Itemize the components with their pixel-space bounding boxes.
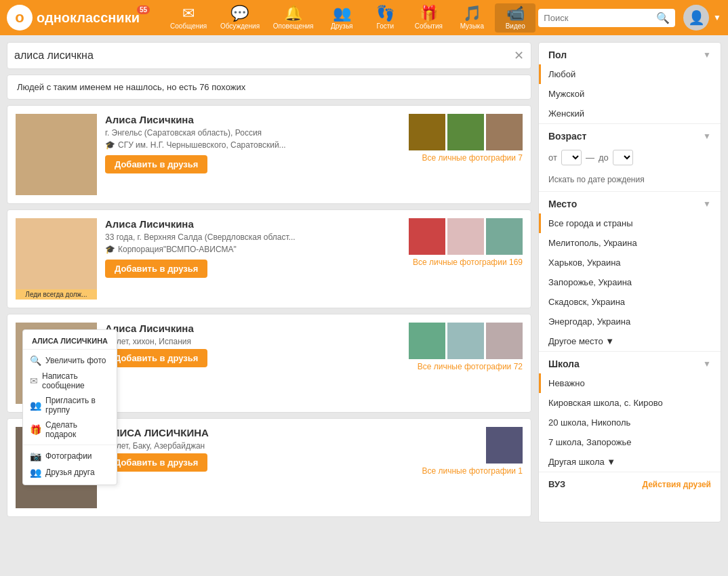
search-input[interactable] (544, 13, 652, 23)
nav-notifications-label: Оповещения (273, 22, 314, 30)
nav-music[interactable]: 🎵 Музыка (451, 3, 492, 33)
person-photos-2: Все личные фотографии 169 (409, 218, 523, 300)
person-name-3[interactable]: Алиса Лисичкина (105, 323, 401, 334)
context-menu-item[interactable]: 🎁 Сделать подарок (23, 417, 117, 442)
person-location-1: г. Энгельс (Саратовская область), Россия (105, 128, 401, 138)
music-icon: 🎵 (463, 6, 481, 21)
add-friend-btn-3[interactable]: Добавить в друзья (105, 349, 207, 367)
sidebar-school-other[interactable]: Другая школа ▼ (539, 452, 721, 472)
notification-badge: 55 (137, 5, 150, 14)
sidebar-place-melitopol[interactable]: Мелитополь, Украина (539, 233, 721, 253)
all-photos-link-1[interactable]: Все личные фотографии 7 (422, 153, 523, 163)
nav-events[interactable]: 🎁 События (408, 3, 449, 33)
school-collapse-arrow[interactable]: ▼ (703, 359, 711, 369)
person-name-2[interactable]: Алиса Лисичкина (105, 218, 401, 230)
age-dash: — (586, 152, 594, 163)
nav-friends[interactable]: 👥 Друзья (321, 3, 362, 33)
nav-guests-label: Гости (377, 22, 394, 30)
nav-guests[interactable]: 👣 Гости (365, 3, 405, 33)
all-photos-link-4[interactable]: Все личные фотографии 1 (422, 466, 523, 476)
photo-thumb[interactable] (447, 218, 484, 255)
search-button[interactable]: 🔍 (656, 12, 670, 24)
age-to-select[interactable] (613, 150, 633, 165)
all-photos-link-3[interactable]: Все личные фотографии 72 (418, 362, 523, 371)
add-friend-btn-4[interactable]: Добавить в друзья (105, 453, 207, 472)
nav-notifications[interactable]: 🔔 Оповещения (268, 3, 319, 33)
birth-date-link[interactable]: Искать по дате рождения (539, 172, 721, 191)
guests-icon: 👣 (376, 6, 395, 21)
left-content: ✕ Людей с таким именем не нашлось, но ес… (7, 42, 531, 522)
photo-thumb[interactable] (486, 114, 523, 150)
photo-thumb[interactable] (486, 427, 523, 464)
photo-thumb[interactable] (409, 218, 445, 255)
people-search-input[interactable] (14, 49, 514, 62)
context-item-icon: 👥 (30, 400, 41, 411)
sidebar-gender-female[interactable]: Женский (539, 104, 721, 123)
results-text: Людей с таким именем не нашлось, но есть… (17, 82, 245, 92)
logo[interactable]: о одноклассники 55 (7, 5, 157, 30)
context-menu-item[interactable]: ✉ Написать сообщение (23, 369, 117, 393)
photo-thumb[interactable] (409, 114, 445, 150)
context-link-icon: 👥 (30, 467, 41, 478)
person-card-1: Алиса Лисичкина г. Энгельс (Саратовская … (7, 105, 531, 204)
sidebar-friends-action[interactable]: Действия друзей (642, 480, 711, 489)
person-photos-3: Все личные фотографии 72 (409, 323, 523, 404)
search-bar-container: ✕ (7, 42, 531, 69)
photo-thumb[interactable] (486, 323, 523, 359)
context-menu-3: АЛИСА ЛИСИЧКИНА 🔍 Увеличить фото ✉ Напис… (22, 329, 117, 485)
sidebar-gender-any[interactable]: Любой (539, 64, 721, 84)
context-menu-item[interactable]: 👥 Пригласить в группу (23, 393, 117, 417)
all-photos-link-2[interactable]: Все личные фотографии 169 (413, 258, 523, 267)
context-menu-link[interactable]: 👥 Друзья друга (23, 464, 117, 480)
context-item-icon: ✉ (30, 375, 38, 386)
person-photos-1: Все личные фотографии 7 (409, 114, 523, 195)
clear-search-button[interactable]: ✕ (514, 48, 524, 63)
sidebar-place-title: Место (548, 199, 577, 209)
place-collapse-arrow[interactable]: ▼ (703, 199, 711, 209)
sidebar-school-header: Школа ▼ (539, 352, 721, 373)
nav-discussions[interactable]: 💬 Обсуждения (215, 3, 265, 33)
photo-thumb[interactable] (447, 114, 484, 150)
sidebar-school-20[interactable]: 20 школа, Никополь (539, 413, 721, 432)
person-avatar-1[interactable] (16, 114, 97, 195)
age-from-select[interactable] (561, 150, 582, 165)
sidebar-school-7[interactable]: 7 школа, Запорожье (539, 432, 721, 452)
context-menu-item[interactable]: 🔍 Увеличить фото (23, 352, 117, 369)
sidebar-place-skadovsk[interactable]: Скадовск, Украина (539, 292, 721, 312)
avatar-dropdown-arrow[interactable]: ▼ (713, 13, 721, 22)
sidebar-place-kharkov[interactable]: Харьков, Украина (539, 253, 721, 272)
nav-music-label: Музыка (460, 22, 484, 30)
sidebar-place-zaporozhye[interactable]: Запорожье, Украина (539, 272, 721, 292)
add-friend-btn-2[interactable]: Добавить в друзья (105, 260, 207, 278)
nav-messages[interactable]: ✉ Сообщения (165, 3, 212, 33)
photo-thumb[interactable] (447, 323, 484, 359)
logo-text: одноклассники (37, 10, 140, 26)
person-card-3: АЛИСА ЛИСИЧКИНА 🔍 Увеличить фото ✉ Напис… (7, 314, 531, 413)
sidebar-gender-male[interactable]: Мужской (539, 84, 721, 104)
avatar[interactable]: 👤 (683, 5, 709, 30)
age-collapse-arrow[interactable]: ▼ (703, 131, 711, 141)
sidebar-school-kirovo[interactable]: Кировская школа, с. Кирово (539, 393, 721, 413)
person-name-4[interactable]: АЛИСА ЛИСИЧКИНА (105, 427, 413, 438)
avatar-label: Леди всегда долж... (16, 289, 97, 300)
context-menu-name: АЛИСА ЛИСИЧКИНА (23, 334, 117, 350)
add-friend-btn-1[interactable]: Добавить в друзья (105, 155, 207, 173)
photo-thumb[interactable] (409, 323, 445, 359)
gender-collapse-arrow[interactable]: ▼ (703, 50, 711, 60)
photos-grid-3 (409, 323, 523, 359)
sidebar-school-none[interactable]: Неважно (539, 373, 721, 393)
nav-video[interactable]: 📹 Видео (495, 3, 535, 33)
context-menu-link[interactable]: 📷 Фотографии (23, 448, 117, 464)
nav-messages-label: Сообщения (170, 22, 207, 30)
person-name-1[interactable]: Алиса Лисичкина (105, 114, 401, 125)
photo-thumb[interactable] (486, 218, 523, 255)
sidebar-place-energodar[interactable]: Энергодар, Украина (539, 312, 721, 331)
person-info-2: Алиса Лисичкина 33 года, г. Верхняя Салд… (105, 218, 401, 300)
age-to-label: до (599, 152, 609, 163)
sidebar-place-section: Место ▼ Все города и страны Мелитополь, … (539, 192, 721, 352)
person-location-3: 37 лет, хихон, Испания (105, 337, 401, 346)
person-photos-4: Все личные фотографии 1 (422, 427, 523, 508)
person-avatar-2[interactable]: Леди всегда долж... (16, 218, 97, 300)
sidebar-place-other[interactable]: Другое место ▼ (539, 331, 721, 351)
sidebar-place-all[interactable]: Все города и страны (539, 213, 721, 233)
